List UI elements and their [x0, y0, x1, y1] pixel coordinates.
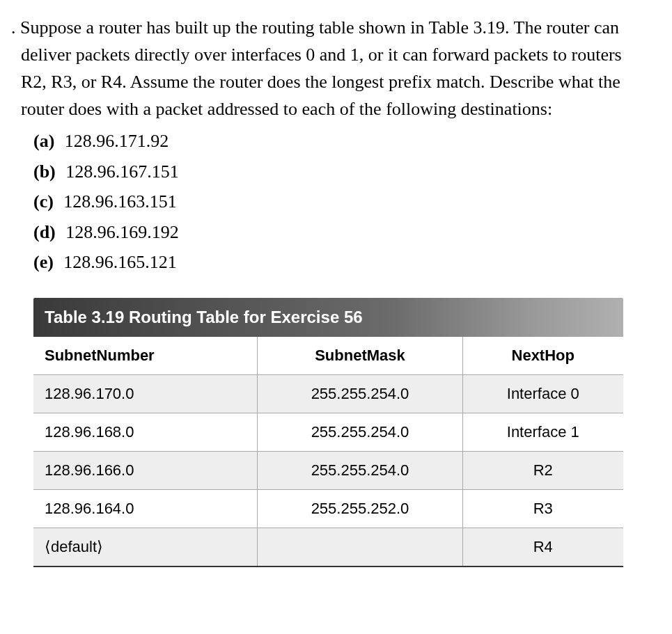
cell-hop: Interface 0: [462, 374, 623, 413]
header-mask: SubnetMask: [258, 337, 462, 375]
table-row: 128.96.166.0 255.255.254.0 R2: [33, 451, 623, 489]
cell-mask: [258, 528, 462, 566]
cell-hop: R4: [462, 528, 623, 566]
routing-table-container: Table 3.19 Routing Table for Exercise 56…: [33, 298, 623, 567]
cell-mask: 255.255.254.0: [258, 374, 462, 413]
sub-item-a: (a) 128.96.171.92: [33, 127, 651, 156]
lead-punct: .: [11, 17, 16, 38]
table-title: Table 3.19 Routing Table for Exercise 56: [33, 298, 623, 337]
sub-item-d: (d) 128.96.169.192: [33, 218, 651, 247]
cell-mask: 255.255.254.0: [258, 413, 462, 451]
routing-table: SubnetNumber SubnetMask NextHop 128.96.1…: [33, 337, 623, 567]
cell-subnet: 128.96.170.0: [33, 374, 258, 413]
sub-item-b: (b) 128.96.167.151: [33, 157, 651, 187]
question-body: Suppose a router has built up the routin…: [20, 17, 622, 119]
header-subnet: SubnetNumber: [33, 337, 258, 375]
header-hop: NextHop: [462, 337, 623, 375]
sub-label: (c): [33, 191, 54, 212]
question-paragraph: . Suppose a router has built up the rout…: [21, 14, 651, 122]
sub-label: (b): [33, 161, 56, 182]
cell-hop: Interface 1: [462, 413, 623, 451]
sub-item-e: (e) 128.96.165.121: [33, 248, 651, 277]
cell-subnet: ⟨default⟩: [33, 528, 258, 566]
table-row: ⟨default⟩ R4: [33, 528, 623, 566]
sub-label: (e): [33, 252, 54, 272]
cell-subnet: 128.96.164.0: [33, 489, 258, 528]
table-row: 128.96.168.0 255.255.254.0 Interface 1: [33, 413, 623, 451]
sub-value: 128.96.165.121: [63, 252, 177, 272]
sub-value: 128.96.169.192: [65, 222, 179, 242]
sub-label: (d): [33, 222, 56, 242]
table-row: 128.96.170.0 255.255.254.0 Interface 0: [33, 374, 623, 413]
cell-hop: R2: [462, 451, 623, 489]
sub-question-list: (a) 128.96.171.92 (b) 128.96.167.151 (c)…: [21, 127, 651, 277]
sub-item-c: (c) 128.96.163.151: [33, 187, 651, 216]
cell-mask: 255.255.252.0: [258, 489, 462, 528]
sub-value: 128.96.171.92: [65, 131, 169, 151]
cell-mask: 255.255.254.0: [258, 451, 462, 489]
cell-subnet: 128.96.166.0: [33, 451, 258, 489]
cell-subnet: 128.96.168.0: [33, 413, 258, 451]
sub-value: 128.96.163.151: [63, 191, 177, 212]
table-header-row: SubnetNumber SubnetMask NextHop: [33, 337, 623, 375]
sub-value: 128.96.167.151: [65, 161, 179, 182]
table-row: 128.96.164.0 255.255.252.0 R3: [33, 489, 623, 528]
cell-hop: R3: [462, 489, 623, 528]
sub-label: (a): [33, 131, 54, 151]
